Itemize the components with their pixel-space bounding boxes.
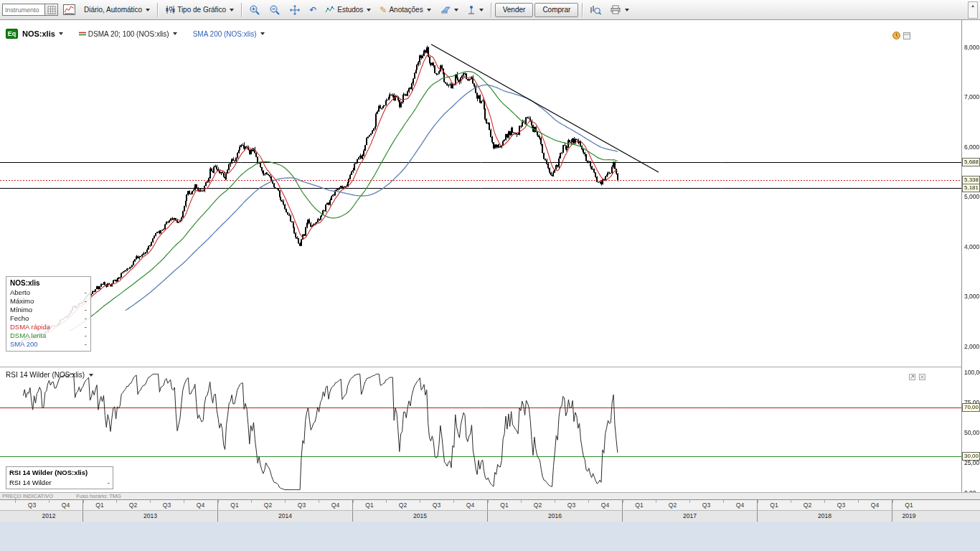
symbol-dropdown[interactable]: NOS:xlis: [22, 29, 63, 38]
price-axis-label: 8,000: [964, 44, 979, 51]
toolbar-separator: [157, 3, 158, 17]
zoom-out-button[interactable]: [265, 2, 284, 18]
chevron-down-icon: [230, 9, 234, 11]
chart-type-icon: [165, 5, 175, 14]
legend-row: DSMA rápida-: [10, 323, 87, 331]
chart-search-button[interactable]: [586, 2, 605, 18]
vender-button[interactable]: Vender: [495, 3, 534, 17]
year-label: 2012: [15, 511, 83, 522]
price-axis[interactable]: 8,0007,0006,0005,0004,0003,0002,0005,688…: [961, 20, 980, 492]
toolbar-scrollbar[interactable]: ▲: [968, 1, 978, 19]
panel-menu-icon[interactable]: [903, 32, 910, 39]
legend-row: Mínimo-: [10, 306, 87, 314]
chart-type-dropdown[interactable]: Tipo de Gráfico: [161, 2, 237, 18]
price-axis-label: 2,000: [964, 343, 979, 350]
toolbar-separator: [491, 3, 491, 17]
sma200-dropdown[interactable]: SMA 200 (NOS:xlis): [193, 30, 265, 38]
chevron-down-icon: [427, 9, 431, 11]
instrument-input[interactable]: [2, 4, 45, 16]
quarter-label: Q1: [487, 500, 521, 511]
quarter-label: Q4: [723, 500, 757, 511]
rsi-close-icon[interactable]: [918, 373, 926, 381]
anchor-tool-dropdown[interactable]: [463, 2, 487, 18]
price-axis-label: 6,000: [964, 143, 979, 151]
chart-type-label: Tipo de Gráfico: [177, 6, 226, 14]
status-bar: PREÇO INDICATIVO Fuso horário: TMG: [0, 492, 980, 499]
instrument-search: [2, 4, 58, 16]
zoom-in-icon: [249, 4, 260, 16]
year-label: 2018: [757, 511, 892, 522]
legend-row-label: SMA 200: [10, 340, 38, 349]
legend-row-value: -: [85, 314, 87, 323]
quarter-label: Q3: [824, 500, 858, 511]
toolbar-separator: [241, 3, 242, 17]
quarter-label: Q4: [858, 500, 892, 511]
eraser-icon: [440, 6, 451, 14]
dsma-swatch-icon: [79, 32, 86, 36]
period-dropdown[interactable]: Diário, Automático: [80, 2, 154, 18]
quarter-label: Q3: [15, 500, 49, 511]
panel-divider[interactable]: [0, 367, 980, 367]
rsi-expand-icon[interactable]: [908, 373, 916, 381]
pan-icon: [289, 4, 301, 16]
eraser-dropdown[interactable]: [436, 2, 462, 18]
legend-row-value: -: [85, 306, 87, 314]
chart-search-icon: [590, 5, 601, 15]
quarter-label: Q4: [49, 500, 83, 511]
chevron-down-icon: [146, 9, 150, 11]
quarter-label: Q1: [622, 500, 656, 511]
quarter-label: Q4: [453, 500, 487, 511]
quarter-label: Q2: [116, 500, 150, 511]
rsi-panel-controls: [908, 373, 926, 381]
dsma-label: DSMA 20; 100 (NOS:xlis): [88, 30, 169, 38]
zoom-in-button[interactable]: [245, 2, 264, 18]
rsi-axis-label: 50,00: [964, 429, 979, 436]
legend-row-label: Aberto: [10, 288, 30, 297]
rsi-chart-canvas[interactable]: [0, 367, 962, 492]
pencil-icon: ✎: [380, 6, 387, 14]
rsi-line-label-box: 70,00: [962, 403, 980, 412]
legend-row-label: Mínimo: [10, 306, 32, 314]
undo-button[interactable]: ↶: [306, 2, 320, 18]
print-dropdown[interactable]: [606, 2, 633, 18]
rsi-header-dropdown[interactable]: RSI 14 Wilder (NOS:xlis): [6, 371, 93, 379]
quarter-label: Q3: [150, 500, 184, 511]
session-clock-icon[interactable]: [892, 32, 900, 39]
quarter-label: Q4: [588, 500, 622, 511]
quarter-label: Q2: [521, 500, 555, 511]
dsma-dropdown[interactable]: DSMA 20; 100 (NOS:xlis): [79, 30, 177, 38]
symbol-label: NOS:xlis: [22, 29, 55, 38]
time-axis-years[interactable]: 20122013201420152016201720182019: [0, 510, 980, 522]
quarter-label: Q3: [285, 500, 319, 511]
grid-lookup-icon: [47, 6, 56, 14]
instrument-chart-button[interactable]: [60, 2, 79, 18]
instrument-lookup-button[interactable]: [45, 4, 58, 16]
anotacoes-dropdown[interactable]: ✎ Anotações: [376, 2, 434, 18]
quarter-label: Q1: [217, 500, 251, 511]
legend-row-label: Máximo: [10, 297, 34, 306]
rsi-legend-box: RSI 14 Wilder (NOS:xlis) RSI 14 Wilder -: [6, 466, 113, 489]
time-axis-quarters[interactable]: Q3Q4Q1Q2Q3Q4Q1Q2Q3Q4Q1Q2Q3Q4Q1Q2Q3Q4Q1Q2…: [0, 499, 980, 510]
estudos-dropdown[interactable]: Estudos: [321, 2, 374, 18]
rsi-legend-row-label: RSI 14 Wilder: [9, 479, 52, 487]
rsi-header-label: RSI 14 Wilder (NOS:xlis): [6, 371, 85, 379]
rsi-legend-row: RSI 14 Wilder -: [6, 478, 113, 489]
print-icon: [610, 5, 621, 14]
price-axis-label: 7,000: [964, 93, 979, 100]
quarter-label: Q3: [555, 500, 588, 511]
legend-row-value: -: [85, 340, 87, 349]
chevron-down-icon: [454, 9, 458, 11]
comprar-button[interactable]: Comprar: [534, 3, 578, 17]
trading-app: Diário, Automático Tipo de Gráfico: [0, 0, 980, 551]
price-chart-canvas[interactable]: [0, 20, 962, 367]
price-axis-label: 3,000: [964, 293, 979, 300]
legend-row: Fecho-: [10, 314, 87, 323]
rsi-legend-row-value: -: [108, 479, 110, 487]
scroll-up-icon: ▲: [971, 4, 975, 18]
pan-button[interactable]: [286, 2, 304, 18]
legend-row-label: Fecho: [10, 314, 29, 323]
chart-panel-controls: [892, 32, 910, 39]
quarter-label: Q3: [689, 500, 723, 511]
chevron-down-icon: [625, 9, 629, 11]
chart-header: Eq NOS:xlis DSMA 20; 100 (NOS:xlis) SMA …: [6, 29, 265, 39]
